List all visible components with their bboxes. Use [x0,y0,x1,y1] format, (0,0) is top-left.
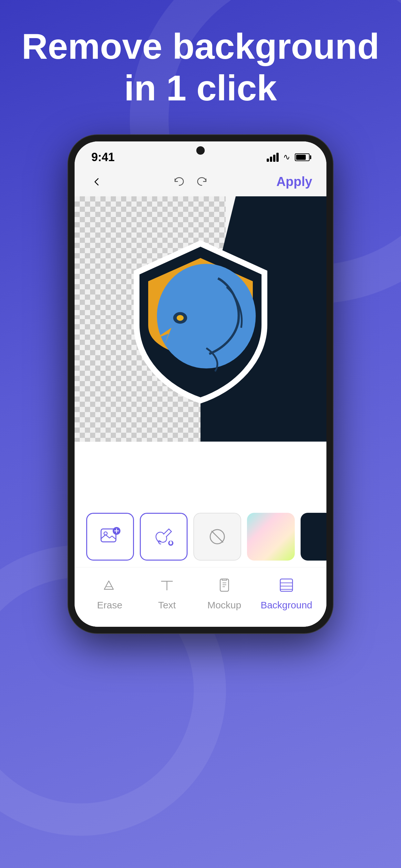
gradient-button[interactable] [247,513,295,561]
status-time: 9:41 [91,151,115,164]
background-icon [275,574,298,596]
text-icon [156,574,178,596]
add-image-button[interactable] [86,513,134,561]
fill-button[interactable] [140,513,188,561]
status-icons: ∿ [267,152,310,162]
redo-button[interactable] [195,175,209,189]
nav-item-mockup[interactable]: Mockup [204,574,245,611]
phone-mockup: 9:41 ∿ [68,135,333,633]
wifi-icon: ∿ [283,152,290,162]
none-button[interactable] [193,513,241,561]
main-headline: Remove background in 1 click [0,26,401,109]
erase-icon [98,574,121,596]
battery-icon [295,153,310,161]
tool-options-row [74,506,327,567]
svg-line-8 [212,531,223,542]
background-label: Background [260,600,312,611]
nav-item-text[interactable]: Text [146,574,188,611]
canvas-area [74,196,327,442]
top-bar-actions [173,175,209,189]
mockup-label: Mockup [207,600,241,611]
text-label: Text [158,600,176,611]
mockup-icon [213,574,236,596]
top-bar: Apply [74,167,327,196]
white-spacer [74,442,327,506]
erase-label: Erase [97,600,122,611]
back-button[interactable] [89,174,105,190]
signal-icon [267,153,279,162]
bottom-nav: Erase Text [74,567,327,627]
phone-frame: 9:41 ∿ [68,135,333,633]
apply-button[interactable]: Apply [276,175,312,189]
undo-button[interactable] [173,175,186,189]
nav-item-background[interactable]: Background [260,574,312,611]
dark-button[interactable] [301,513,327,561]
eagle-logo [113,232,288,406]
svg-point-2 [177,315,184,321]
camera-notch [196,146,205,155]
phone-screen: 9:41 ∿ [74,142,327,627]
nav-item-erase[interactable]: Erase [89,574,131,611]
